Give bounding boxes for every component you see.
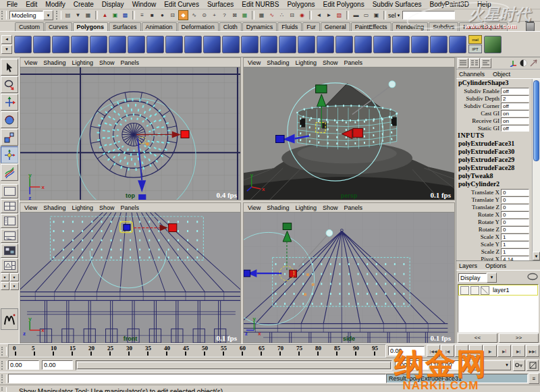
character-set-menu[interactable]: ▼ bbox=[468, 360, 511, 370]
time-tick[interactable]: 85 bbox=[330, 345, 349, 357]
menu-edit-curves[interactable]: Edit Curves bbox=[160, 1, 203, 8]
shelf-item-extrude-edge[interactable] bbox=[203, 36, 221, 53]
viewport-menu-view[interactable]: View bbox=[24, 59, 37, 66]
go-to-end-button[interactable]: ▶▶| bbox=[526, 345, 539, 357]
play-backwards-button[interactable]: ◀ bbox=[469, 345, 483, 357]
shape-node-name[interactable]: pCylinderShape3 bbox=[456, 79, 532, 87]
mask-misc-icon[interactable]: + bbox=[210, 11, 219, 20]
channel-value-field[interactable]: 1 bbox=[501, 248, 529, 255]
layer-visibility-checkbox[interactable] bbox=[460, 286, 469, 295]
channel-value-field[interactable]: off bbox=[501, 125, 529, 132]
snap-to-curves-icon[interactable]: ∿ bbox=[267, 11, 276, 20]
channel-value-field[interactable]: 0 bbox=[501, 211, 529, 218]
layout-four-pane-button[interactable] bbox=[1, 199, 18, 213]
viewport-menu-lighting[interactable]: Lighting bbox=[72, 204, 93, 211]
animation-start-field[interactable] bbox=[8, 360, 39, 370]
viewport-canvas-top[interactable]: y x z top 0.4 fps bbox=[20, 67, 240, 200]
scroll-down-icon[interactable]: ▼ bbox=[533, 252, 540, 260]
scale-tool-button[interactable] bbox=[1, 129, 18, 146]
menu-subdiv-surfaces[interactable]: Subdiv Surfaces bbox=[369, 1, 426, 8]
channel-label[interactable]: Scale Y bbox=[456, 241, 500, 248]
render-sphere-icon[interactable] bbox=[518, 59, 528, 67]
shelf-tab-general[interactable]: General bbox=[321, 22, 350, 31]
layer-name[interactable]: layer1 bbox=[493, 287, 510, 293]
channel-label[interactable]: Receive GI bbox=[456, 117, 500, 124]
layout-hypershade-button[interactable] bbox=[1, 244, 18, 258]
shelf-prev-icon[interactable]: ◄ bbox=[1, 35, 12, 44]
channel-label[interactable]: Translate Y bbox=[456, 196, 500, 203]
shelf-tab-deformation[interactable]: Deformation bbox=[178, 22, 219, 31]
channel-value-field[interactable]: 0 bbox=[501, 219, 529, 225]
mask-dynamics-icon[interactable]: ⊙ bbox=[200, 11, 209, 20]
shelf-tab-polygons[interactable]: Polygons bbox=[73, 22, 109, 31]
time-slider[interactable]: 0 5 10 15 20 25 30 35 40 45 50 55 60 65 … bbox=[8, 344, 386, 358]
channel-label[interactable]: Translate X bbox=[456, 189, 500, 196]
layer-row[interactable]: layer1 bbox=[458, 285, 538, 296]
viewport-menu-shading[interactable]: Shading bbox=[267, 204, 289, 211]
shelf-menu-icon[interactable]: ▼ bbox=[1, 45, 12, 54]
time-tick[interactable]: 5 bbox=[28, 345, 47, 357]
channel-value-field[interactable]: off bbox=[501, 88, 529, 94]
chevron-down-icon[interactable]: ▼ bbox=[43, 10, 53, 20]
highlight-selection-icon[interactable]: ▦ bbox=[240, 11, 249, 20]
channel-label[interactable]: Scale X bbox=[456, 233, 500, 240]
select-by-component-icon[interactable]: ▩ bbox=[121, 11, 130, 20]
viewport-menu-panels[interactable]: Panels bbox=[120, 59, 139, 66]
play-forwards-button[interactable]: ▶ bbox=[483, 345, 497, 357]
time-tick[interactable]: 75 bbox=[292, 345, 311, 357]
layer-playback-checkbox[interactable] bbox=[470, 286, 479, 295]
time-tick[interactable]: 90 bbox=[349, 345, 368, 357]
shelf-tab-cloth[interactable]: Cloth bbox=[219, 22, 242, 31]
shelf-item-normals[interactable] bbox=[430, 36, 448, 53]
viewport-menu-view[interactable]: View bbox=[248, 204, 261, 211]
channel-layout-single-icon[interactable] bbox=[458, 58, 468, 68]
mask-unknown-icon[interactable]: ? bbox=[220, 11, 229, 20]
select-tool-button[interactable] bbox=[1, 59, 18, 76]
shelf-item-poly-plane[interactable] bbox=[90, 36, 107, 53]
layout-menu-icon[interactable]: ▼ bbox=[1, 282, 9, 290]
time-tick[interactable]: 0 bbox=[9, 345, 28, 357]
layers-menu[interactable]: Layers bbox=[459, 262, 477, 269]
channel-value-field[interactable]: 2 bbox=[501, 95, 529, 102]
channel-value-field[interactable]: 1 bbox=[501, 233, 529, 240]
time-tick[interactable]: 30 bbox=[122, 345, 141, 357]
render-view-icon[interactable]: ▬ bbox=[352, 11, 360, 20]
viewport-canvas-front[interactable]: y x z front 0.1 fps bbox=[20, 213, 240, 343]
command-line-input[interactable] bbox=[8, 374, 386, 383]
channel-label[interactable]: Static GI bbox=[456, 125, 500, 132]
shelf-item-poly-sphere[interactable] bbox=[14, 36, 32, 53]
shelf-item-wedge-face[interactable] bbox=[298, 36, 315, 53]
channel-label[interactable]: Subdiv Depth bbox=[456, 95, 500, 102]
channel-value-field[interactable]: 0 bbox=[501, 226, 529, 233]
viewport-menu-view[interactable]: View bbox=[248, 59, 261, 66]
shelf-tab-painteffects[interactable]: PaintEffects bbox=[351, 22, 392, 31]
menu-display[interactable]: Display bbox=[98, 1, 128, 8]
mel-script-button[interactable]: mel bbox=[468, 35, 482, 44]
shelf-tab-curves[interactable]: Curves bbox=[45, 22, 72, 31]
shelf-tab-subdivs[interactable]: Subdivs bbox=[429, 22, 458, 31]
shelf-item-poly-cone[interactable] bbox=[71, 36, 88, 53]
viewport-menu-lighting[interactable]: Lighting bbox=[295, 59, 317, 66]
layout-persp-side-button[interactable] bbox=[1, 258, 18, 273]
shelf-tab-rendering[interactable]: Rendering bbox=[392, 22, 429, 31]
shelf-tab-dynamics[interactable]: Dynamics bbox=[242, 22, 277, 31]
snap-to-points-icon[interactable]: ∴ bbox=[277, 11, 286, 20]
input-node-name[interactable]: polyExtrudeFace29 bbox=[456, 156, 532, 164]
input-node-name[interactable]: polyCylinder2 bbox=[456, 180, 532, 188]
menu-create[interactable]: Create bbox=[70, 1, 98, 8]
step-back-frame-button[interactable]: |◀ bbox=[441, 345, 454, 357]
trash-icon[interactable] bbox=[526, 22, 535, 32]
animation-end-field[interactable] bbox=[431, 360, 465, 370]
time-tick[interactable]: 10 bbox=[47, 345, 65, 357]
channels-menu[interactable]: Channels bbox=[459, 71, 485, 78]
mask-surfaces-icon[interactable]: ◆ bbox=[178, 10, 188, 20]
viewport-canvas-persp[interactable]: y x persp 0.1 fps bbox=[244, 67, 454, 200]
menu-edit-nurbs[interactable]: Edit NURBS bbox=[238, 1, 283, 8]
channel-label[interactable]: Cast GI bbox=[456, 110, 500, 117]
time-tick[interactable]: 40 bbox=[160, 345, 179, 357]
collapse-left-button[interactable]: << bbox=[458, 333, 497, 343]
shelf-item-append-polygon[interactable] bbox=[146, 36, 164, 53]
layout-single-pane-button[interactable] bbox=[1, 184, 18, 198]
input-node-name[interactable]: polyExtrudeFace28 bbox=[456, 164, 532, 172]
viewport-menu-show[interactable]: Show bbox=[99, 204, 115, 211]
